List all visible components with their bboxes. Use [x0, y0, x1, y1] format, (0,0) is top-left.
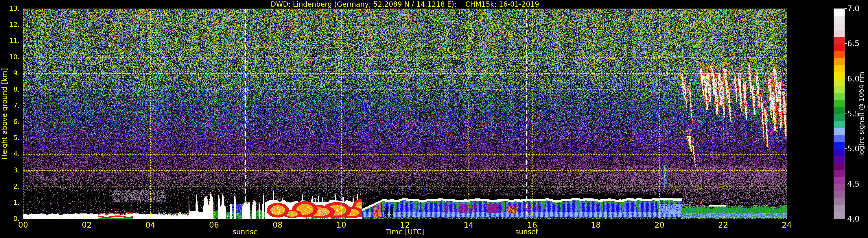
- heatmap-canvas: [0, 0, 868, 238]
- y-tick-label: 3.: [0, 166, 20, 174]
- y-tick-label: 4.: [0, 150, 20, 158]
- y-tick-label: 8.: [0, 86, 20, 93]
- x-tick-label: 14: [456, 220, 482, 229]
- y-tick-label: 0.: [0, 215, 20, 223]
- y-axis-title: Height above ground [km]: [1, 68, 9, 160]
- colorbar-segment: [834, 51, 844, 58]
- colorbar-tick-label: 7.0: [847, 4, 868, 13]
- colorbar-segment: [834, 191, 844, 198]
- colorbar-segment: [834, 128, 844, 135]
- colorbar-tick-mark: [844, 219, 846, 219]
- x-tick-label: 10: [328, 220, 354, 229]
- colorbar-tick-mark: [844, 8, 846, 9]
- colorbar-segment: [834, 205, 844, 212]
- colorbar-segment: [834, 114, 844, 121]
- x-tick-label: 08: [265, 220, 291, 229]
- colorbar-tick-mark: [844, 148, 846, 149]
- colorbar-segment: [834, 142, 844, 149]
- colorbar-segment: [834, 37, 844, 44]
- x-tick-label: 12: [392, 220, 418, 229]
- colorbar-segment: [834, 9, 844, 15]
- colorbar-segment: [834, 23, 844, 30]
- colorbar-tick-label: 5.5: [847, 109, 868, 118]
- colorbar-segment: [834, 149, 844, 156]
- y-tick-label: 1.: [0, 199, 20, 206]
- colorbar-segment: [834, 86, 844, 93]
- colorbar-tick-label: 4.5: [847, 179, 868, 188]
- colorbar-tick-label: 6.0: [847, 74, 868, 83]
- colorbar-tick-mark: [844, 184, 846, 184]
- y-tick-label: 5.: [0, 134, 20, 141]
- colorbar-segment: [834, 184, 844, 191]
- x-tick-label: 22: [710, 220, 736, 229]
- page-title: DWD: Lindenberg (Germany; 52.2089 N / 14…: [23, 0, 787, 8]
- x-tick-label: 02: [74, 220, 100, 229]
- x-tick-label: 20: [646, 220, 673, 229]
- y-tick-label: 12.: [0, 21, 20, 28]
- colorbar-segment: [834, 170, 844, 177]
- colorbar-tick-mark: [844, 78, 846, 79]
- colorbar-segment: [834, 163, 844, 170]
- y-tick-label: 13.: [0, 5, 20, 12]
- colorbar-segment: [834, 30, 844, 37]
- colorbar-tick-label: 6.5: [847, 39, 868, 48]
- y-tick-label: 9.: [0, 69, 20, 77]
- colorbar-segment: [834, 58, 844, 65]
- colorbar-segment: [834, 44, 844, 50]
- colorbar: [834, 9, 844, 219]
- sunrise-label: sunrise: [222, 228, 269, 236]
- y-tick-label: 6.: [0, 118, 20, 125]
- colorbar-tick-mark: [844, 113, 846, 114]
- ceilometer-quicklook-figure: DWD: Lindenberg (Germany; 52.2089 N / 14…: [0, 0, 868, 238]
- colorbar-tick-label: 5.0: [847, 144, 868, 153]
- x-tick-label: 06: [201, 220, 227, 229]
- colorbar-segment: [834, 135, 844, 142]
- x-tick-label: 18: [583, 220, 609, 229]
- colorbar-segment: [834, 93, 844, 100]
- colorbar-tick-label: 4.0: [847, 214, 868, 223]
- x-tick-label: 16: [519, 220, 545, 229]
- colorbar-segment: [834, 177, 844, 184]
- y-tick-label: 7.: [0, 102, 20, 109]
- colorbar-tick-mark: [844, 43, 846, 44]
- y-tick-label: 10.: [0, 53, 20, 61]
- x-tick-label: 24: [774, 220, 800, 229]
- colorbar-segment: [834, 121, 844, 128]
- colorbar-segment: [834, 198, 844, 205]
- colorbar-segment: [834, 100, 844, 107]
- y-tick-label: 11.: [0, 37, 20, 44]
- colorbar-segment: [834, 65, 844, 72]
- x-tick-label: 04: [137, 220, 163, 229]
- colorbar-segment: [834, 79, 844, 86]
- colorbar-segment: [834, 15, 844, 23]
- colorbar-segment: [834, 72, 844, 78]
- colorbar-segment: [834, 156, 844, 163]
- colorbar-segment: [834, 212, 844, 219]
- y-tick-label: 2.: [0, 182, 20, 190]
- colorbar-segment: [834, 107, 844, 114]
